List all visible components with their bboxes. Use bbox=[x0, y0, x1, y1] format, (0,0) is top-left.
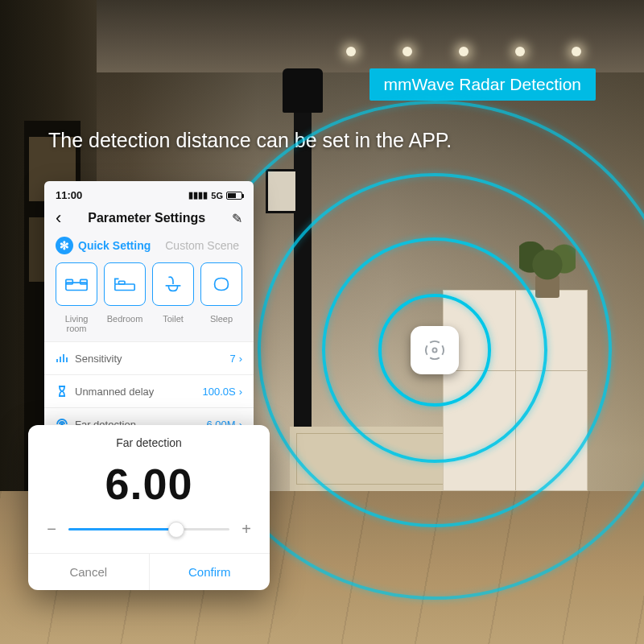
plus-button[interactable]: + bbox=[239, 520, 254, 539]
tab-quick-setting[interactable]: ✻ Quick Setting bbox=[56, 237, 151, 254]
chevron-right-icon: › bbox=[239, 353, 242, 365]
row-label: Unmanned delay bbox=[75, 386, 154, 398]
tab-custom-scene[interactable]: Custom Scene bbox=[165, 239, 239, 252]
scene-toilet[interactable] bbox=[152, 262, 194, 306]
status-bar: 11:00 ▮▮▮▮ 5G bbox=[44, 181, 254, 204]
sensor-device bbox=[411, 326, 459, 374]
far-detection-sheet: Far detection 6.00 − + Cancel Confirm bbox=[28, 425, 270, 590]
hourglass-icon bbox=[56, 385, 68, 398]
scene-bedroom[interactable] bbox=[104, 262, 146, 306]
edit-icon[interactable]: ✎ bbox=[232, 211, 242, 226]
row-sensitivity[interactable]: Sensitivity 7 › bbox=[44, 341, 254, 374]
slider-fill bbox=[68, 528, 176, 530]
signal-icon: ▮▮▮▮ bbox=[188, 190, 208, 200]
back-icon[interactable]: ‹ bbox=[56, 209, 61, 227]
tab-label: Quick Setting bbox=[78, 239, 151, 252]
scene-labels: Living room Bedroom Toilet Sleep bbox=[44, 314, 254, 341]
scene-label: Living room bbox=[56, 314, 97, 333]
tabs: ✻ Quick Setting Custom Scene bbox=[44, 237, 254, 262]
gear-icon: ✻ bbox=[56, 237, 73, 254]
cancel-button[interactable]: Cancel bbox=[28, 554, 150, 590]
row-label: Sensitivity bbox=[75, 353, 122, 365]
minus-button[interactable]: − bbox=[44, 520, 59, 539]
confirm-button[interactable]: Confirm bbox=[150, 554, 270, 590]
battery-icon bbox=[226, 192, 242, 200]
scene-row bbox=[44, 262, 254, 314]
scene-label: Bedroom bbox=[104, 314, 146, 333]
row-value: 7 bbox=[229, 353, 235, 365]
phone-mockup: 11:00 ▮▮▮▮ 5G ‹ Parameter Settings ✎ ✻ Q… bbox=[44, 181, 254, 440]
scene-label: Sleep bbox=[200, 314, 242, 333]
app-bar: ‹ Parameter Settings ✎ bbox=[44, 204, 254, 237]
svg-rect-4 bbox=[115, 284, 134, 291]
feature-badge: mmWave Radar Detection bbox=[369, 68, 596, 101]
status-time: 11:00 bbox=[56, 189, 82, 201]
page-title: Parameter Settings bbox=[88, 211, 205, 225]
sheet-value: 6.00 bbox=[28, 454, 270, 515]
svg-rect-3 bbox=[80, 279, 87, 284]
scene-sleep[interactable] bbox=[200, 262, 242, 306]
chevron-right-icon: › bbox=[239, 386, 242, 398]
slider[interactable]: − + bbox=[28, 515, 270, 553]
row-unmanned-delay[interactable]: Unmanned delay 100.0S › bbox=[44, 374, 254, 407]
slider-track[interactable] bbox=[68, 528, 229, 530]
scene-living-room[interactable] bbox=[56, 262, 97, 306]
network-label: 5G bbox=[211, 191, 223, 200]
sheet-title: Far detection bbox=[28, 425, 270, 454]
scene-label: Toilet bbox=[152, 314, 194, 333]
svg-rect-5 bbox=[119, 281, 126, 284]
bars-icon bbox=[56, 352, 68, 365]
ceiling bbox=[0, 0, 644, 72]
sensor-icon bbox=[423, 339, 446, 361]
row-value: 100.0S bbox=[202, 386, 235, 398]
svg-point-0 bbox=[432, 348, 436, 352]
slider-thumb[interactable] bbox=[168, 522, 184, 538]
svg-rect-2 bbox=[66, 279, 72, 284]
